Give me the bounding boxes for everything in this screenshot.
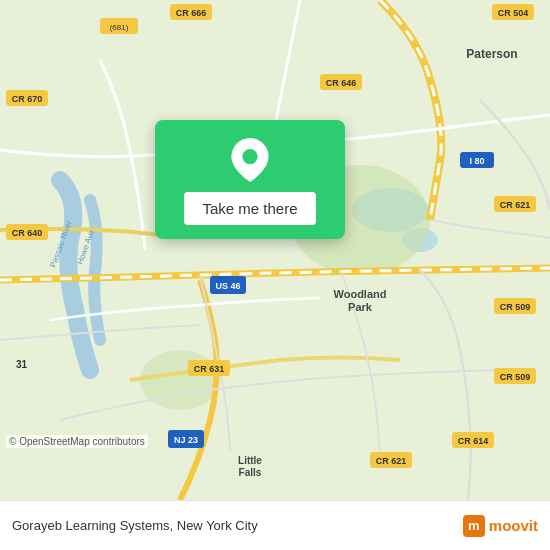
svg-text:CR 670: CR 670 [12,94,43,104]
moovit-logo-text: moovit [489,517,538,534]
location-card: Take me there [155,120,345,239]
map-attribution: © OpenStreetMap contributors [6,435,148,448]
svg-text:CR 666: CR 666 [176,8,207,18]
svg-text:CR 646: CR 646 [326,78,357,88]
svg-text:Falls: Falls [239,467,262,478]
moovit-logo: m moovit [463,515,538,537]
svg-text:Paterson: Paterson [466,47,517,61]
svg-text:CR 621: CR 621 [376,456,407,466]
svg-text:31: 31 [16,359,28,370]
svg-text:Woodland: Woodland [334,288,387,300]
svg-text:CR 614: CR 614 [458,436,489,446]
svg-text:CR 621: CR 621 [500,200,531,210]
svg-text:CR 640: CR 640 [12,228,43,238]
svg-text:CR 509: CR 509 [500,372,531,382]
svg-text:Park: Park [348,301,373,313]
svg-text:(681): (681) [110,23,129,32]
svg-text:Little: Little [238,455,262,466]
svg-text:NJ 23: NJ 23 [174,435,198,445]
take-me-there-button[interactable]: Take me there [184,192,315,225]
svg-text:CR 504: CR 504 [498,8,529,18]
svg-point-43 [242,149,257,164]
location-pin-icon [228,138,272,182]
moovit-logo-icon: m [463,515,485,537]
bottom-bar: Gorayeb Learning Systems, New York City … [0,500,550,550]
svg-point-4 [140,350,220,410]
svg-text:CR 631: CR 631 [194,364,225,374]
place-name: Gorayeb Learning Systems, New York City [12,518,258,533]
map-container: CR 666 CR 504 CR 670 CR 646 (681) I 80 C… [0,0,550,500]
svg-text:US 46: US 46 [215,281,240,291]
svg-text:CR 509: CR 509 [500,302,531,312]
map-background: CR 666 CR 504 CR 670 CR 646 (681) I 80 C… [0,0,550,500]
svg-text:I 80: I 80 [469,156,484,166]
